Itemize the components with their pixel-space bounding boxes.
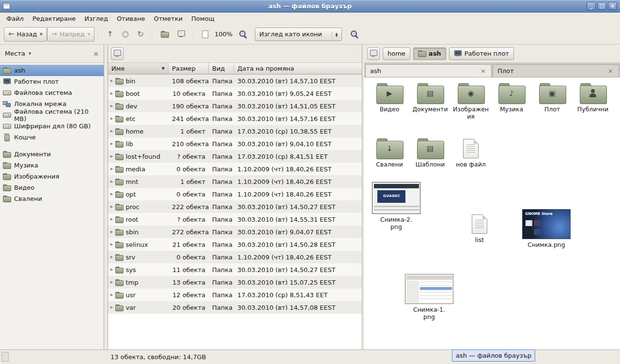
expander-icon[interactable]: ▶: [110, 205, 113, 209]
sidebar-place-item[interactable]: Кошче: [0, 132, 104, 143]
back-dropdown-icon[interactable]: ▼: [40, 32, 42, 36]
expander-icon[interactable]: ▶: [110, 117, 113, 121]
expander-icon[interactable]: ▶: [110, 268, 113, 272]
expander-icon[interactable]: ▶: [110, 293, 113, 297]
back-button[interactable]: ← Назад ▼: [4, 27, 47, 42]
close-button[interactable]: ×: [608, 2, 617, 10]
file-row[interactable]: ▶ home 1 обект Папка 17.03.2010 (ср) 10,…: [108, 125, 362, 137]
file-row[interactable]: ▶ boot 10 обекта Папка 30.03.2010 (вт) 9…: [108, 87, 362, 100]
expander-icon[interactable]: ▶: [110, 305, 113, 309]
search-button[interactable]: [346, 27, 363, 42]
menu-item[interactable]: Файл: [2, 14, 28, 24]
path-buttons: home ash Работен плот: [383, 47, 514, 60]
menu-item[interactable]: Изглед: [80, 14, 112, 24]
expander-icon[interactable]: ▶: [110, 79, 113, 83]
file-thumbnail-item[interactable]: list: [454, 214, 505, 243]
expander-icon[interactable]: ▶: [110, 91, 113, 95]
expander-icon[interactable]: ▶: [110, 180, 113, 183]
zoom-in-button[interactable]: [234, 27, 252, 42]
sidebar-bookmark-item[interactable]: Свалени: [0, 193, 104, 204]
sidebar-bookmark-item[interactable]: Музика: [0, 160, 104, 171]
file-row[interactable]: ▶ etc 241 обекта Папка 30.03.2010 (вт) 1…: [108, 112, 362, 125]
file-row[interactable]: ▶ lib 210 обекта Папка 30.03.2010 (вт) 9…: [108, 137, 362, 150]
sidebar-place-item[interactable]: Файлова система: [0, 87, 104, 98]
menu-item[interactable]: Отиване: [112, 14, 149, 24]
column-header[interactable]: Име ▼: [108, 63, 169, 75]
reload-button[interactable]: ↻: [133, 27, 148, 42]
tab-close-icon[interactable]: ×: [480, 68, 487, 74]
expander-icon[interactable]: ▶: [110, 142, 113, 146]
expander-icon[interactable]: ▶: [110, 280, 113, 284]
expander-icon[interactable]: ▶: [110, 217, 113, 221]
file-row[interactable]: ▶ usr 12 обекта Папка 17.03.2010 (ср) 8,…: [108, 288, 362, 301]
tab-close-icon[interactable]: ×: [607, 68, 614, 74]
sidebar-bookmark-item[interactable]: Изображения: [0, 171, 104, 182]
path-button[interactable]: Работен плот: [449, 47, 514, 60]
sidebar-title[interactable]: Места: [5, 50, 25, 57]
sidebar-bookmark-item[interactable]: Видео: [0, 182, 104, 193]
icon-view[interactable]: ▶ Видео ▤ Документи ◉: [364, 77, 620, 349]
sidebar-dropdown-icon[interactable]: ▼: [29, 52, 31, 56]
up-button[interactable]: ↑: [103, 27, 118, 42]
expander-icon[interactable]: ▶: [110, 154, 113, 158]
column-header[interactable]: Вид ▼: [209, 63, 234, 75]
file-row[interactable]: ▶ root ? обекта Папка 30.03.2010 (вт) 14…: [108, 213, 362, 226]
file-row[interactable]: ▶ opt 0 обекта Папка 1.10.2009 (чт) 18,4…: [108, 188, 362, 200]
file-row[interactable]: ▶ mnt 1 обект Папка 1.10.2009 (чт) 18,40…: [108, 175, 362, 188]
maximize-button[interactable]: □: [597, 2, 606, 10]
tab[interactable]: ash ×: [365, 64, 492, 77]
path-root-button[interactable]: [367, 47, 380, 60]
file-thumbnail-item[interactable]: GUADEC Снимка-2. png: [371, 182, 421, 230]
home-button[interactable]: [156, 27, 173, 42]
computer-button[interactable]: [173, 27, 189, 42]
menu-item[interactable]: Отметки: [149, 14, 186, 24]
forward-button[interactable]: → Напред ▼: [47, 27, 94, 42]
column-header[interactable]: Дата на промяна ▼: [234, 63, 362, 75]
path-button[interactable]: home: [383, 47, 410, 60]
expander-icon[interactable]: ▶: [110, 192, 113, 196]
expander-icon[interactable]: ▶: [110, 104, 113, 108]
file-row[interactable]: ▶ media 0 обекта Папка 1.10.2009 (чт) 18…: [108, 163, 362, 175]
resize-grip[interactable]: [1, 352, 9, 362]
file-row[interactable]: ▶ lost+found ? обекта Папка 17.03.2010 (…: [108, 150, 362, 163]
pane-splitter[interactable]: [104, 45, 108, 349]
zoom-normal-button[interactable]: [198, 27, 213, 42]
minimize-button[interactable]: _: [587, 2, 596, 10]
sidebar-place-item[interactable]: ash: [0, 65, 104, 76]
bookmark-label: Документи: [14, 151, 51, 158]
tab[interactable]: Плот ×: [493, 64, 619, 77]
thumbnail-image: GNOME Store: [522, 209, 571, 239]
sidebar-close-icon[interactable]: ×: [93, 50, 99, 57]
expander-icon[interactable]: ▶: [110, 129, 113, 133]
file-row[interactable]: ▶ dev 190 обекта Папка 30.03.2010 (вт) 1…: [108, 100, 362, 112]
icon-label: list: [475, 236, 484, 243]
file-row[interactable]: ▶ selinux 21 обекта Папка 30.03.2010 (вт…: [108, 238, 362, 251]
combo-arrows-icon[interactable]: ▲▼: [332, 32, 338, 37]
sidebar-bookmark-item[interactable]: Документи: [0, 149, 104, 160]
expander-icon[interactable]: ▶: [110, 243, 113, 246]
expander-icon[interactable]: ▶: [110, 255, 113, 259]
file-row[interactable]: ▶ sbin 272 обекта Папка 30.03.2010 (вт) …: [108, 226, 362, 238]
file-row[interactable]: ▶ proc 222 обекта Папка 30.03.2010 (вт) …: [108, 200, 362, 213]
menu-item[interactable]: Помощ: [187, 14, 219, 24]
expander-icon[interactable]: ▶: [110, 167, 113, 171]
sidebar-place-item[interactable]: Шифриран дял (80 GB): [0, 121, 104, 132]
menu-item[interactable]: Редактиране: [28, 14, 80, 24]
sidebar-place-item[interactable]: Файлова система (210 MB): [0, 109, 104, 121]
file-row[interactable]: ▶ tmp 13 обекта Папка 30.03.2010 (вт) 15…: [108, 276, 362, 288]
location-button[interactable]: [111, 47, 124, 60]
file-name: boot: [125, 90, 140, 97]
file-thumbnail-item[interactable]: GNOME Store Снимка.png: [521, 209, 572, 248]
file-thumbnail-item[interactable]: Снимка-1. png: [404, 274, 454, 320]
view-mode-combo[interactable]: Изглед като икони ▲▼: [255, 28, 342, 41]
sidebar-place-item[interactable]: Работен плот: [0, 76, 104, 87]
file-row[interactable]: ▶ srv 0 обекта Папка 1.10.2009 (чт) 18,4…: [108, 251, 362, 263]
column-header[interactable]: Размер ▼: [169, 63, 209, 75]
file-row[interactable]: ▶ bin 108 обекта Папка 30.03.2010 (вт) 1…: [108, 75, 362, 87]
file-row[interactable]: ▶ sys 11 обекта Папка 30.03.2010 (вт) 14…: [108, 263, 362, 276]
file-row[interactable]: ▶ var 20 обекта Папка 30.03.2010 (вт) 14…: [108, 301, 362, 314]
file-date: 30.03.2010 (вт) 9,04,07 EEST: [234, 228, 362, 236]
path-button[interactable]: ash: [413, 47, 446, 60]
expander-icon[interactable]: ▶: [110, 230, 113, 234]
stop-button[interactable]: [118, 27, 133, 42]
